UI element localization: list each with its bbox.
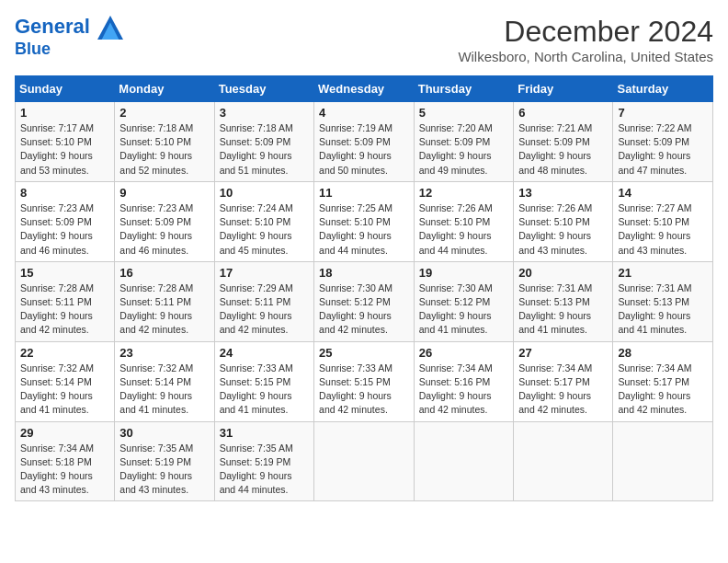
logo: General Blue <box>15 15 123 59</box>
day-info: Sunrise: 7:21 AM Sunset: 5:09 PM Dayligh… <box>518 121 608 178</box>
day-number: 24 <box>220 346 309 360</box>
calendar-cell: 17Sunrise: 7:29 AM Sunset: 5:11 PM Dayli… <box>214 261 313 341</box>
day-number: 7 <box>618 106 708 120</box>
day-number: 22 <box>20 346 109 360</box>
calendar-cell <box>514 421 613 501</box>
day-info: Sunrise: 7:19 AM Sunset: 5:09 PM Dayligh… <box>319 121 409 178</box>
day-info: Sunrise: 7:34 AM Sunset: 5:17 PM Dayligh… <box>618 362 708 418</box>
day-number: 11 <box>319 186 409 200</box>
calendar-cell: 24Sunrise: 7:33 AM Sunset: 5:15 PM Dayli… <box>214 341 313 421</box>
day-info: Sunrise: 7:28 AM Sunset: 5:11 PM Dayligh… <box>20 282 109 338</box>
day-number: 19 <box>419 266 508 280</box>
title-block: December 2024 Wilkesboro, North Carolina… <box>458 15 713 64</box>
weekday-header: Friday <box>514 76 613 102</box>
calendar-cell <box>613 421 713 501</box>
month-year-title: December 2024 <box>458 15 713 49</box>
day-info: Sunrise: 7:33 AM Sunset: 5:15 PM Dayligh… <box>220 362 309 418</box>
calendar-week-row: 1Sunrise: 7:17 AM Sunset: 5:10 PM Daylig… <box>16 102 713 182</box>
day-info: Sunrise: 7:34 AM Sunset: 5:18 PM Dayligh… <box>20 442 109 498</box>
calendar-cell: 10Sunrise: 7:24 AM Sunset: 5:10 PM Dayli… <box>214 181 313 261</box>
logo-blue: Blue <box>15 40 123 59</box>
calendar-cell: 11Sunrise: 7:25 AM Sunset: 5:10 PM Dayli… <box>314 181 415 261</box>
day-number: 21 <box>618 266 708 280</box>
day-number: 14 <box>618 186 708 200</box>
day-info: Sunrise: 7:20 AM Sunset: 5:09 PM Dayligh… <box>419 121 508 178</box>
day-info: Sunrise: 7:29 AM Sunset: 5:11 PM Dayligh… <box>220 282 309 338</box>
calendar-week-row: 8Sunrise: 7:23 AM Sunset: 5:09 PM Daylig… <box>16 181 713 261</box>
day-info: Sunrise: 7:34 AM Sunset: 5:17 PM Dayligh… <box>518 362 608 418</box>
logo-text: General <box>15 15 123 40</box>
location-subtitle: Wilkesboro, North Carolina, United State… <box>458 49 713 64</box>
day-info: Sunrise: 7:18 AM Sunset: 5:10 PM Dayligh… <box>119 121 209 178</box>
day-info: Sunrise: 7:23 AM Sunset: 5:09 PM Dayligh… <box>20 201 109 258</box>
day-info: Sunrise: 7:26 AM Sunset: 5:10 PM Dayligh… <box>518 201 608 258</box>
day-info: Sunrise: 7:23 AM Sunset: 5:09 PM Dayligh… <box>119 201 209 258</box>
day-number: 12 <box>419 186 508 200</box>
calendar-cell: 8Sunrise: 7:23 AM Sunset: 5:09 PM Daylig… <box>16 181 115 261</box>
calendar-cell: 5Sunrise: 7:20 AM Sunset: 5:09 PM Daylig… <box>414 102 513 182</box>
calendar-cell: 28Sunrise: 7:34 AM Sunset: 5:17 PM Dayli… <box>613 341 713 421</box>
calendar-week-row: 22Sunrise: 7:32 AM Sunset: 5:14 PM Dayli… <box>16 341 713 421</box>
day-info: Sunrise: 7:30 AM Sunset: 5:12 PM Dayligh… <box>419 282 508 338</box>
day-info: Sunrise: 7:17 AM Sunset: 5:10 PM Dayligh… <box>20 121 109 178</box>
calendar-cell: 21Sunrise: 7:31 AM Sunset: 5:13 PM Dayli… <box>613 261 713 341</box>
calendar-cell <box>414 421 513 501</box>
day-number: 1 <box>20 106 109 120</box>
day-info: Sunrise: 7:26 AM Sunset: 5:10 PM Dayligh… <box>419 201 508 258</box>
header: General Blue December 2024 Wilkesboro, N… <box>15 15 713 64</box>
calendar-cell: 4Sunrise: 7:19 AM Sunset: 5:09 PM Daylig… <box>314 102 415 182</box>
calendar-cell: 19Sunrise: 7:30 AM Sunset: 5:12 PM Dayli… <box>414 261 513 341</box>
day-number: 23 <box>119 346 209 360</box>
day-info: Sunrise: 7:31 AM Sunset: 5:13 PM Dayligh… <box>618 282 708 338</box>
calendar-cell: 29Sunrise: 7:34 AM Sunset: 5:18 PM Dayli… <box>16 421 115 501</box>
day-number: 15 <box>20 266 109 280</box>
day-info: Sunrise: 7:30 AM Sunset: 5:12 PM Dayligh… <box>319 282 409 338</box>
day-number: 29 <box>20 426 109 440</box>
day-info: Sunrise: 7:33 AM Sunset: 5:15 PM Dayligh… <box>319 362 409 418</box>
day-number: 13 <box>518 186 608 200</box>
calendar-header: SundayMondayTuesdayWednesdayThursdayFrid… <box>16 76 713 102</box>
day-info: Sunrise: 7:35 AM Sunset: 5:19 PM Dayligh… <box>220 442 309 498</box>
calendar-cell: 31Sunrise: 7:35 AM Sunset: 5:19 PM Dayli… <box>214 421 313 501</box>
weekday-header: Saturday <box>613 76 713 102</box>
day-number: 5 <box>419 106 508 120</box>
day-number: 18 <box>319 266 409 280</box>
day-info: Sunrise: 7:32 AM Sunset: 5:14 PM Dayligh… <box>20 362 109 418</box>
calendar-week-row: 15Sunrise: 7:28 AM Sunset: 5:11 PM Dayli… <box>16 261 713 341</box>
calendar-cell: 2Sunrise: 7:18 AM Sunset: 5:10 PM Daylig… <box>115 102 214 182</box>
calendar-cell: 12Sunrise: 7:26 AM Sunset: 5:10 PM Dayli… <box>414 181 513 261</box>
day-number: 4 <box>319 106 409 120</box>
calendar-cell: 13Sunrise: 7:26 AM Sunset: 5:10 PM Dayli… <box>514 181 613 261</box>
day-info: Sunrise: 7:22 AM Sunset: 5:09 PM Dayligh… <box>618 121 708 178</box>
day-number: 3 <box>220 106 309 120</box>
calendar-cell: 22Sunrise: 7:32 AM Sunset: 5:14 PM Dayli… <box>16 341 115 421</box>
calendar-cell: 14Sunrise: 7:27 AM Sunset: 5:10 PM Dayli… <box>613 181 713 261</box>
weekday-header: Tuesday <box>214 76 313 102</box>
calendar-cell: 25Sunrise: 7:33 AM Sunset: 5:15 PM Dayli… <box>314 341 415 421</box>
calendar-cell: 18Sunrise: 7:30 AM Sunset: 5:12 PM Dayli… <box>314 261 415 341</box>
calendar-cell: 1Sunrise: 7:17 AM Sunset: 5:10 PM Daylig… <box>16 102 115 182</box>
day-number: 8 <box>20 186 109 200</box>
calendar-cell: 9Sunrise: 7:23 AM Sunset: 5:09 PM Daylig… <box>115 181 214 261</box>
day-info: Sunrise: 7:18 AM Sunset: 5:09 PM Dayligh… <box>220 121 309 178</box>
calendar-body: 1Sunrise: 7:17 AM Sunset: 5:10 PM Daylig… <box>16 102 713 501</box>
calendar-cell: 20Sunrise: 7:31 AM Sunset: 5:13 PM Dayli… <box>514 261 613 341</box>
day-info: Sunrise: 7:31 AM Sunset: 5:13 PM Dayligh… <box>518 282 608 338</box>
calendar-week-row: 29Sunrise: 7:34 AM Sunset: 5:18 PM Dayli… <box>16 421 713 501</box>
calendar-cell: 27Sunrise: 7:34 AM Sunset: 5:17 PM Dayli… <box>514 341 613 421</box>
calendar-cell: 23Sunrise: 7:32 AM Sunset: 5:14 PM Dayli… <box>115 341 214 421</box>
day-info: Sunrise: 7:27 AM Sunset: 5:10 PM Dayligh… <box>618 201 708 258</box>
calendar-cell: 30Sunrise: 7:35 AM Sunset: 5:19 PM Dayli… <box>115 421 214 501</box>
day-info: Sunrise: 7:34 AM Sunset: 5:16 PM Dayligh… <box>419 362 508 418</box>
calendar-cell: 7Sunrise: 7:22 AM Sunset: 5:09 PM Daylig… <box>613 102 713 182</box>
day-number: 20 <box>518 266 608 280</box>
day-number: 9 <box>119 186 209 200</box>
calendar-cell: 15Sunrise: 7:28 AM Sunset: 5:11 PM Dayli… <box>16 261 115 341</box>
weekday-header: Thursday <box>414 76 513 102</box>
day-number: 17 <box>220 266 309 280</box>
day-number: 16 <box>119 266 209 280</box>
day-number: 31 <box>220 426 309 440</box>
day-info: Sunrise: 7:35 AM Sunset: 5:19 PM Dayligh… <box>119 442 209 498</box>
calendar-cell: 26Sunrise: 7:34 AM Sunset: 5:16 PM Dayli… <box>414 341 513 421</box>
day-number: 28 <box>618 346 708 360</box>
